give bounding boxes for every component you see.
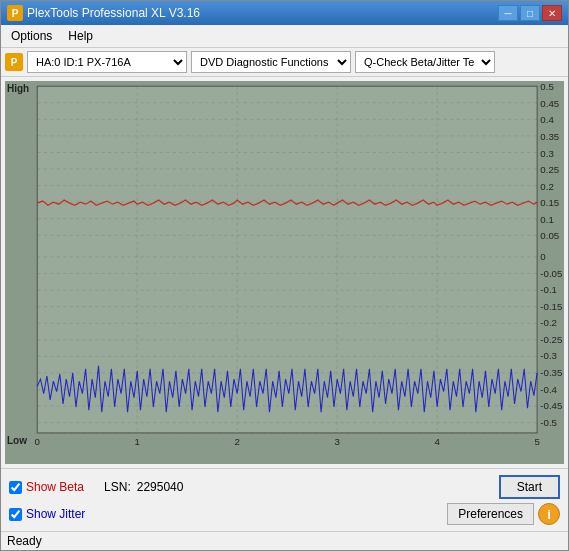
maximize-button[interactable]: □ [520,5,540,21]
svg-text:-0.05: -0.05 [540,268,562,279]
svg-text:P: P [12,8,19,19]
start-button[interactable]: Start [499,475,560,499]
controls-row1: Show Beta LSN: 2295040 Start [9,475,560,499]
lsn-value: 2295040 [137,480,184,494]
svg-text:P: P [11,57,18,68]
window-controls: ─ □ ✕ [498,5,562,21]
svg-text:0.1: 0.1 [540,214,553,225]
bottom-panel: Show Beta LSN: 2295040 Start Show Jitter… [1,468,568,531]
svg-text:0.4: 0.4 [540,115,553,126]
menu-bar: Options Help [1,25,568,48]
drive-select[interactable]: HA:0 ID:1 PX-716A [27,51,187,73]
window-title: PlexTools Professional XL V3.16 [27,6,498,20]
svg-text:5: 5 [534,437,539,448]
toolbar: P HA:0 ID:1 PX-716A DVD Diagnostic Funct… [1,48,568,77]
plextor-icon: P [5,53,23,71]
svg-text:0.5: 0.5 [540,81,553,92]
show-jitter-checkbox[interactable] [9,508,22,521]
title-bar: P PlexTools Professional XL V3.16 ─ □ ✕ [1,1,568,25]
chart-svg: 0.5 0.45 0.4 0.35 0.3 0.25 0.2 0.15 0.1 … [5,81,564,464]
svg-text:0.35: 0.35 [540,131,559,142]
svg-text:-0.15: -0.15 [540,301,562,312]
show-jitter-label: Show Jitter [26,507,85,521]
preferences-button[interactable]: Preferences [447,503,534,525]
svg-text:0.45: 0.45 [540,98,559,109]
svg-text:1: 1 [135,437,140,448]
show-jitter-checkbox-label[interactable]: Show Jitter [9,507,85,521]
svg-text:-0.4: -0.4 [540,384,557,395]
svg-text:0.25: 0.25 [540,164,559,175]
show-beta-checkbox-label[interactable]: Show Beta [9,480,84,494]
y-axis-high-label: High [7,83,29,94]
svg-text:0.05: 0.05 [540,231,559,242]
status-bar: Ready [1,531,568,550]
close-button[interactable]: ✕ [542,5,562,21]
svg-text:-0.25: -0.25 [540,334,562,345]
main-window: P PlexTools Professional XL V3.16 ─ □ ✕ … [0,0,569,551]
menu-options[interactable]: Options [5,27,58,45]
svg-text:-0.2: -0.2 [540,317,557,328]
controls-row2: Show Jitter [9,507,85,521]
bottom-buttons: Preferences i [447,503,560,525]
svg-text:0.3: 0.3 [540,148,553,159]
svg-text:0: 0 [35,437,40,448]
svg-text:-0.3: -0.3 [540,351,557,362]
svg-text:2: 2 [235,437,240,448]
minimize-button[interactable]: ─ [498,5,518,21]
svg-text:-0.35: -0.35 [540,367,562,378]
chart-area: High Low [5,81,564,464]
app-icon: P [7,5,23,21]
show-beta-checkbox[interactable] [9,481,22,494]
svg-text:0: 0 [540,251,545,262]
menu-help[interactable]: Help [62,27,99,45]
svg-text:0.15: 0.15 [540,197,559,208]
svg-text:-0.5: -0.5 [540,417,557,428]
svg-text:-0.45: -0.45 [540,400,562,411]
svg-text:3: 3 [334,437,339,448]
info-button[interactable]: i [538,503,560,525]
test-select[interactable]: Q-Check Beta/Jitter Test [355,51,495,73]
svg-text:-0.1: -0.1 [540,284,557,295]
show-beta-label: Show Beta [26,480,84,494]
y-axis-low-label: Low [7,435,27,446]
lsn-label: LSN: [104,480,131,494]
svg-text:0.2: 0.2 [540,181,553,192]
function-select[interactable]: DVD Diagnostic Functions [191,51,351,73]
svg-text:4: 4 [434,437,439,448]
status-text: Ready [7,534,42,548]
